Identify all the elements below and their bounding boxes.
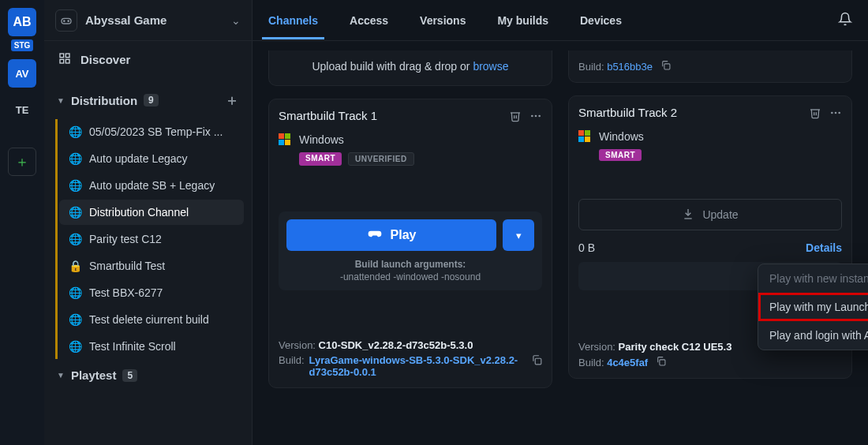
svg-rect-11 [664, 64, 670, 69]
lock-icon: 🔒 [69, 260, 81, 272]
notifications-icon[interactable] [838, 12, 852, 28]
sidebar-item-label: Test Infinite Scroll [89, 340, 176, 353]
svg-point-13 [835, 111, 837, 114]
distribution-items: 🌐 05/05/2023 SB Temp-Fix ... 🌐 Auto upda… [55, 119, 252, 359]
build-link[interactable]: LyraGame-windows-SB-5.3.0-SDK_v2.28.2-d7… [309, 354, 522, 378]
sidebar-nav: ▼ Distribution 9 ＋ 🌐 05/05/2023 SB Temp-… [44, 78, 252, 445]
download-icon [682, 208, 694, 222]
group-title: Playtest [71, 368, 117, 382]
add-channel-button[interactable]: ＋ [225, 91, 239, 110]
tab-my-builds[interactable]: My builds [497, 14, 548, 27]
tab-versions[interactable]: Versions [420, 14, 466, 27]
sidebar-item-distribution-channel[interactable]: 🌐 Distribution Channel [59, 200, 244, 225]
copy-icon[interactable] [531, 354, 542, 368]
smart-badge: SMART [599, 149, 642, 161]
sidebar-item-label: Auto update SB + Legacy [89, 179, 215, 192]
svg-rect-10 [535, 358, 541, 365]
build-size: 0 B [578, 241, 595, 254]
gamepad-icon [55, 9, 77, 32]
sidebar-item-label: Parity test C12 [89, 233, 162, 245]
tab-access[interactable]: Access [350, 14, 388, 27]
group-count: 5 [122, 369, 137, 382]
track-1-card: Smartbuild Track 1 Windows [268, 99, 552, 388]
trash-icon[interactable] [809, 107, 821, 119]
sidebar-item[interactable]: 🔒 Smartbuild Test [59, 253, 244, 279]
build-line: Build: 4c4e5faf [578, 356, 842, 368]
svg-rect-15 [660, 360, 665, 365]
copy-icon[interactable] [656, 357, 666, 368]
play-action-box: Play ▾ Build launch arguments: -unattend… [279, 211, 542, 290]
svg-rect-5 [60, 59, 64, 63]
globe-icon: 🌐 [69, 286, 81, 299]
game-selector[interactable]: Abyssal Game ⌄ [44, 0, 252, 41]
grid-icon [58, 52, 73, 66]
group-count: 9 [144, 94, 159, 107]
sidebar-item-label: Smartbuild Test [89, 260, 165, 272]
caret-down-icon: ▼ [57, 96, 65, 105]
rail-add-button[interactable]: ＋ [8, 148, 36, 176]
svg-point-14 [838, 111, 840, 114]
track-title: Smartbuild Track 2 [578, 106, 801, 119]
globe-icon: 🌐 [69, 313, 81, 326]
track-1-column: Upload build with drag & drop or browse … [268, 50, 552, 429]
sidebar-item[interactable]: 🌐 05/05/2023 SB Temp-Fix ... [59, 119, 244, 144]
browse-link[interactable]: browse [473, 60, 508, 73]
sidebar-item-label: Test delete ciurrent build [89, 313, 209, 326]
rail-workspace-av[interactable]: AV [8, 59, 36, 88]
build-summary: Build: b516bb3e [568, 50, 852, 83]
sidebar-item[interactable]: 🌐 Auto update Legacy [59, 146, 244, 171]
upload-text: Upload build with drag & drop or browse [279, 60, 542, 76]
platform-name: Windows [299, 133, 344, 146]
more-icon[interactable] [529, 110, 542, 122]
smart-badge: SMART [299, 152, 342, 166]
upload-zone[interactable]: Upload build with drag & drop or browse [268, 50, 552, 86]
play-dropdown-button[interactable]: ▾ [503, 219, 534, 251]
sidebar-item[interactable]: 🌐 Test Infinite Scroll [59, 334, 244, 359]
left-rail: AB STG AV TE ＋ [0, 0, 44, 445]
gamepad-icon [367, 226, 383, 245]
rail-workspace-te[interactable]: TE [8, 95, 36, 124]
sidebar-item[interactable]: 🌐 Parity test C12 [59, 226, 244, 252]
play-dropdown-menu: Play with new instance Play with my Laun… [758, 264, 868, 350]
svg-rect-3 [60, 54, 64, 58]
menu-play-with-launch-args[interactable]: Play with my Launch arguments [758, 293, 868, 321]
main-panel: Channels Access Versions My builds Devic… [253, 0, 868, 445]
update-label: Update [702, 208, 738, 221]
caret-down-icon: ▾ [516, 230, 522, 241]
sidebar-item-label: 05/05/2023 SB Temp-Fix ... [89, 125, 223, 138]
sidebar-item[interactable]: 🌐 Auto update SB + Legacy [59, 173, 244, 198]
globe-icon: 🌐 [69, 340, 81, 353]
svg-point-8 [535, 114, 537, 117]
menu-play-new-instance: Play with new instance [758, 264, 868, 293]
more-icon[interactable] [829, 107, 842, 119]
build-label: Build: [578, 61, 604, 73]
trash-icon[interactable] [509, 110, 522, 122]
tab-channels[interactable]: Channels [268, 14, 318, 27]
windows-icon [578, 130, 591, 143]
build-link[interactable]: 4c4e5faf [607, 357, 648, 368]
group-playtest-header[interactable]: ▼ Playtest 5 [44, 361, 252, 390]
menu-play-login-accelbyte[interactable]: Play and login with Accelbyte account [758, 321, 868, 350]
update-button[interactable]: Update [578, 199, 842, 230]
sidebar-item[interactable]: 🌐 Test BBX-6277 [59, 280, 244, 305]
svg-point-9 [538, 114, 541, 117]
group-distribution-header[interactable]: ▼ Distribution 9 ＋ [44, 83, 252, 118]
platform-name: Windows [599, 130, 644, 143]
svg-rect-6 [65, 59, 69, 63]
tab-devices[interactable]: Devices [580, 14, 622, 27]
svg-point-2 [68, 21, 69, 21]
app-logo[interactable]: AB [8, 8, 36, 36]
discover-link[interactable]: Discover [44, 41, 252, 78]
sidebar-item-label: Auto update Legacy [89, 152, 188, 165]
details-link[interactable]: Details [806, 241, 842, 254]
copy-icon[interactable] [660, 61, 671, 73]
windows-icon [279, 133, 291, 146]
svg-point-1 [64, 21, 65, 21]
globe-icon: 🌐 [69, 179, 81, 192]
build-link[interactable]: b516bb3e [607, 61, 653, 73]
sidebar-item[interactable]: 🌐 Test delete ciurrent build [59, 307, 244, 332]
play-button[interactable]: Play [286, 219, 496, 251]
globe-icon: 🌐 [69, 206, 81, 219]
launch-args-display: Build launch arguments: -unattended -win… [286, 259, 534, 282]
env-badge: STG [11, 39, 34, 51]
